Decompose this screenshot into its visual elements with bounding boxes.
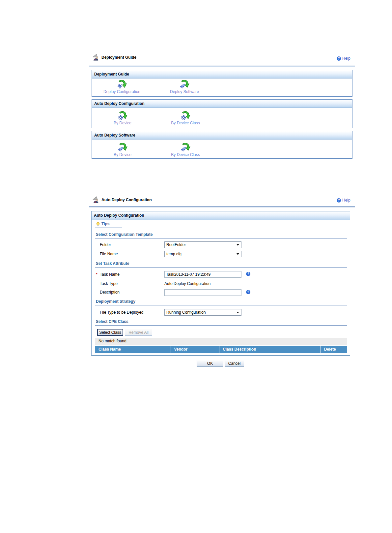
section-header: Deployment Guide [92,70,352,78]
file-type-label: File Type to be Deployed [100,310,144,315]
deploy-software-icon [181,142,191,152]
cpe-class-table-header: Class Name Vendor Class Description Dele… [95,346,347,353]
folder-select[interactable]: RootFolder [164,241,241,248]
launch-config-by-device[interactable]: By Device [101,110,144,125]
heading-select-configuration-template: Select Configuration Template [96,232,153,237]
description-help-icon[interactable]: ? [246,290,250,294]
folder-label: Folder [100,242,111,247]
tips-underline [95,228,122,228]
help-icon: ? [337,56,341,61]
help-icon: ? [337,198,341,203]
tips-label: Tips [101,222,109,226]
launch-software-by-device-class[interactable]: By Device Class [164,142,207,157]
column-header-class-description: Class Description [219,346,321,353]
section-header: Auto Deploy Configuration [92,100,352,108]
file-name-label: File Name [100,252,118,256]
help-link[interactable]: ? Help [337,56,350,61]
select-class-button[interactable]: Select Class [97,329,123,336]
deploy-configuration-icon [117,79,127,89]
remove-all-button[interactable]: Remove All [125,329,152,336]
launch-label[interactable]: By Device Class [164,121,207,125]
section-header: Auto Deploy Software [92,131,352,140]
help-label: Help [342,198,350,203]
task-type-value: Auto Deploy Configuration [164,281,210,286]
launch-deploy-configuration[interactable]: Deploy Configuration [100,79,143,94]
tips-link[interactable]: Tips [96,222,109,226]
launch-label[interactable]: By Device [101,121,144,125]
file-name-selected-value: temp.cfg [166,252,182,256]
description-label: Description [100,290,120,295]
task-name-input[interactable] [164,271,241,278]
column-header-vendor: Vendor [171,346,220,353]
wizard-icon [92,54,100,61]
empty-result-message: No match found. [95,338,347,345]
heading-divider [95,325,347,326]
deploy-software-icon [118,142,128,152]
heading-divider [95,305,347,305]
chevron-down-icon [237,312,239,313]
heading-select-cpe-class: Select CPE Class [96,319,128,324]
page-title: Deployment Guide [101,55,136,60]
wizard-icon [92,196,100,204]
panel-header: Auto Deploy Configuration [92,211,350,220]
bulb-icon [96,222,100,226]
auto-deploy-config-titlebar: Auto Deploy Configuration [92,196,152,204]
column-header-class-name: Class Name [95,346,171,353]
launch-deploy-software[interactable]: Deploy Software [163,79,206,94]
heading-deployment-strategy: Deployment Strategy [96,299,135,304]
description-input[interactable] [164,289,241,296]
launch-label[interactable]: Deploy Software [163,89,206,94]
title-divider [89,66,355,66]
file-type-selected-value: Running Configuration [166,310,206,315]
launch-config-by-device-class[interactable]: By Device Class [164,110,207,125]
task-type-label: Task Type [100,281,118,286]
auto-deploy-config-panel: Auto Deploy Configuration Tips Select Co… [91,211,350,356]
task-name-help-icon[interactable]: ? [246,272,250,276]
launch-label[interactable]: By Device Class [164,152,207,157]
deploy-configuration-icon [181,110,191,120]
chevron-down-icon [237,253,239,255]
heading-divider [95,267,347,267]
heading-set-task-attribute: Set Task Attribute [96,261,129,266]
launch-label[interactable]: Deploy Configuration [100,89,143,94]
deployment-guide-titlebar: Deployment Guide [92,53,136,62]
folder-selected-value: RootFolder [166,242,186,247]
cancel-button[interactable]: Cancel [225,360,244,367]
ok-button[interactable]: OK [197,360,223,367]
heading-divider [95,238,347,238]
help-link[interactable]: ? Help [337,198,350,203]
launch-label[interactable]: By Device [101,152,144,157]
title-divider [89,206,355,207]
required-marker: * [96,272,98,277]
page-title: Auto Deploy Configuration [101,198,152,202]
task-name-label: Task Name [100,272,120,277]
column-header-delete: Delete [321,346,347,353]
deploy-configuration-icon [118,110,128,120]
file-name-select[interactable]: temp.cfg [164,251,241,257]
document-page: Deployment Guide ? Help Deployment Guide… [0,0,392,533]
launch-software-by-device[interactable]: By Device [101,142,144,157]
chevron-down-icon [237,244,239,246]
deploy-software-icon [180,79,190,89]
file-type-select[interactable]: Running Configuration [164,309,241,316]
help-label: Help [342,56,350,61]
